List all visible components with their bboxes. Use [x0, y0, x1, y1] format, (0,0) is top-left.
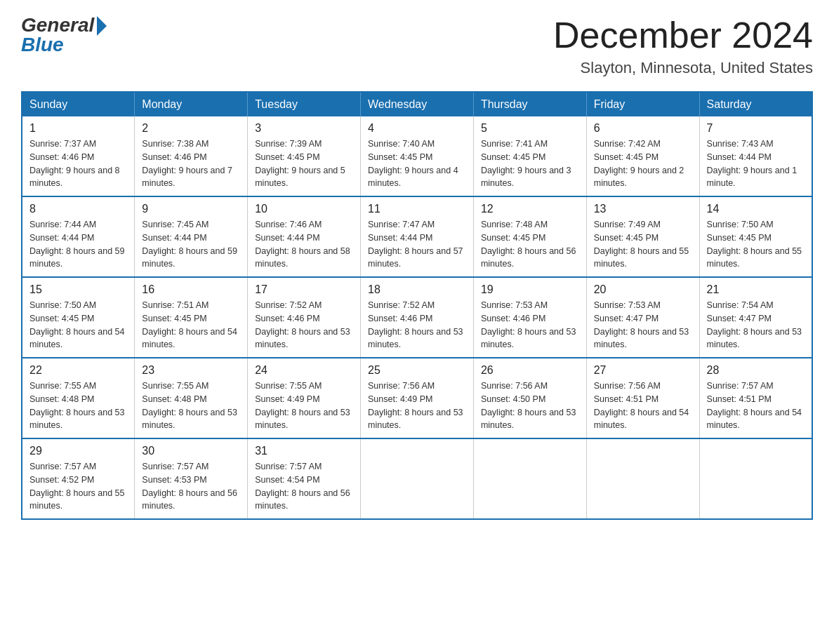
day-info: Sunrise: 7:48 AMSunset: 4:45 PMDaylight:…: [481, 218, 579, 271]
day-number: 14: [707, 203, 805, 215]
logo: General Blue: [21, 14, 107, 56]
day-number: 2: [142, 122, 240, 135]
day-number: 24: [255, 364, 353, 377]
day-number: 23: [142, 364, 240, 377]
calendar-cell: 18 Sunrise: 7:52 AMSunset: 4:46 PMDaylig…: [361, 277, 474, 358]
day-info: Sunrise: 7:55 AMSunset: 4:48 PMDaylight:…: [142, 380, 240, 432]
calendar-cell: 28 Sunrise: 7:57 AMSunset: 4:51 PMDaylig…: [699, 358, 812, 438]
calendar-cell: 26 Sunrise: 7:56 AMSunset: 4:50 PMDaylig…: [473, 358, 586, 438]
header-friday: Friday: [586, 92, 699, 116]
logo-arrow-icon: [97, 16, 107, 36]
calendar-cell: 14 Sunrise: 7:50 AMSunset: 4:45 PMDaylig…: [699, 196, 812, 277]
day-info: Sunrise: 7:50 AMSunset: 4:45 PMDaylight:…: [29, 299, 127, 351]
day-number: 3: [255, 122, 353, 135]
day-info: Sunrise: 7:41 AMSunset: 4:45 PMDaylight:…: [481, 137, 579, 190]
calendar-table: SundayMondayTuesdayWednesdayThursdayFrid…: [21, 91, 813, 520]
day-number: 19: [481, 283, 579, 296]
day-info: Sunrise: 7:47 AMSunset: 4:44 PMDaylight:…: [368, 218, 466, 271]
day-info: Sunrise: 7:55 AMSunset: 4:49 PMDaylight:…: [255, 380, 353, 432]
calendar-cell: 7 Sunrise: 7:43 AMSunset: 4:44 PMDayligh…: [699, 116, 812, 196]
day-number: 4: [368, 122, 466, 135]
day-info: Sunrise: 7:57 AMSunset: 4:53 PMDaylight:…: [142, 460, 240, 513]
day-info: Sunrise: 7:38 AMSunset: 4:46 PMDaylight:…: [142, 137, 240, 190]
day-number: 13: [594, 203, 692, 215]
day-number: 16: [142, 283, 240, 296]
calendar-cell: 20 Sunrise: 7:53 AMSunset: 4:47 PMDaylig…: [586, 277, 699, 358]
calendar-cell: 17 Sunrise: 7:52 AMSunset: 4:46 PMDaylig…: [248, 277, 361, 358]
calendar-cell: 11 Sunrise: 7:47 AMSunset: 4:44 PMDaylig…: [361, 196, 474, 277]
day-number: 18: [368, 283, 466, 296]
logo-blue-text: Blue: [21, 34, 64, 56]
calendar-cell: 30 Sunrise: 7:57 AMSunset: 4:53 PMDaylig…: [135, 438, 248, 519]
header-sunday: Sunday: [22, 92, 135, 116]
day-info: Sunrise: 7:52 AMSunset: 4:46 PMDaylight:…: [368, 299, 466, 351]
calendar-cell: 8 Sunrise: 7:44 AMSunset: 4:44 PMDayligh…: [22, 196, 135, 277]
calendar-header-row: SundayMondayTuesdayWednesdayThursdayFrid…: [22, 92, 812, 116]
day-info: Sunrise: 7:53 AMSunset: 4:47 PMDaylight:…: [594, 299, 692, 351]
calendar-week-row: 29 Sunrise: 7:57 AMSunset: 4:52 PMDaylig…: [22, 438, 812, 519]
day-info: Sunrise: 7:40 AMSunset: 4:45 PMDaylight:…: [368, 137, 466, 190]
header-saturday: Saturday: [699, 92, 812, 116]
day-info: Sunrise: 7:39 AMSunset: 4:45 PMDaylight:…: [255, 137, 353, 190]
day-info: Sunrise: 7:51 AMSunset: 4:45 PMDaylight:…: [142, 299, 240, 351]
day-number: 22: [29, 364, 127, 377]
calendar-cell: 10 Sunrise: 7:46 AMSunset: 4:44 PMDaylig…: [248, 196, 361, 277]
day-number: 9: [142, 203, 240, 215]
header-thursday: Thursday: [473, 92, 586, 116]
day-number: 1: [29, 122, 127, 135]
calendar-cell: 24 Sunrise: 7:55 AMSunset: 4:49 PMDaylig…: [248, 358, 361, 438]
day-number: 20: [594, 283, 692, 296]
calendar-cell: 16 Sunrise: 7:51 AMSunset: 4:45 PMDaylig…: [135, 277, 248, 358]
day-number: 5: [481, 122, 579, 135]
calendar-cell: [699, 438, 812, 519]
header-tuesday: Tuesday: [248, 92, 361, 116]
calendar-cell: 21 Sunrise: 7:54 AMSunset: 4:47 PMDaylig…: [699, 277, 812, 358]
calendar-cell: 12 Sunrise: 7:48 AMSunset: 4:45 PMDaylig…: [473, 196, 586, 277]
title-section: December 2024 Slayton, Minnesota, United…: [553, 14, 813, 77]
day-info: Sunrise: 7:43 AMSunset: 4:44 PMDaylight:…: [707, 137, 805, 190]
calendar-cell: 4 Sunrise: 7:40 AMSunset: 4:45 PMDayligh…: [361, 116, 474, 196]
calendar-cell: 23 Sunrise: 7:55 AMSunset: 4:48 PMDaylig…: [135, 358, 248, 438]
day-number: 25: [368, 364, 466, 377]
day-info: Sunrise: 7:57 AMSunset: 4:51 PMDaylight:…: [707, 380, 805, 432]
calendar-cell: 15 Sunrise: 7:50 AMSunset: 4:45 PMDaylig…: [22, 277, 135, 358]
calendar-cell: 1 Sunrise: 7:37 AMSunset: 4:46 PMDayligh…: [22, 116, 135, 196]
calendar-cell: 13 Sunrise: 7:49 AMSunset: 4:45 PMDaylig…: [586, 196, 699, 277]
day-info: Sunrise: 7:56 AMSunset: 4:50 PMDaylight:…: [481, 380, 579, 432]
day-number: 26: [481, 364, 579, 377]
day-info: Sunrise: 7:54 AMSunset: 4:47 PMDaylight:…: [707, 299, 805, 351]
calendar-week-row: 22 Sunrise: 7:55 AMSunset: 4:48 PMDaylig…: [22, 358, 812, 438]
calendar-cell: 22 Sunrise: 7:55 AMSunset: 4:48 PMDaylig…: [22, 358, 135, 438]
calendar-cell: 2 Sunrise: 7:38 AMSunset: 4:46 PMDayligh…: [135, 116, 248, 196]
header-monday: Monday: [135, 92, 248, 116]
day-info: Sunrise: 7:42 AMSunset: 4:45 PMDaylight:…: [594, 137, 692, 190]
day-number: 6: [594, 122, 692, 135]
day-info: Sunrise: 7:55 AMSunset: 4:48 PMDaylight:…: [29, 380, 127, 432]
day-number: 12: [481, 203, 579, 215]
calendar-cell: 29 Sunrise: 7:57 AMSunset: 4:52 PMDaylig…: [22, 438, 135, 519]
day-info: Sunrise: 7:37 AMSunset: 4:46 PMDaylight:…: [29, 137, 127, 190]
day-info: Sunrise: 7:56 AMSunset: 4:51 PMDaylight:…: [594, 380, 692, 432]
calendar-cell: 25 Sunrise: 7:56 AMSunset: 4:49 PMDaylig…: [361, 358, 474, 438]
day-number: 31: [255, 445, 353, 457]
calendar-week-row: 15 Sunrise: 7:50 AMSunset: 4:45 PMDaylig…: [22, 277, 812, 358]
day-number: 7: [707, 122, 805, 135]
month-title: December 2024: [553, 14, 813, 56]
day-number: 17: [255, 283, 353, 296]
day-info: Sunrise: 7:45 AMSunset: 4:44 PMDaylight:…: [142, 218, 240, 271]
calendar-cell: 3 Sunrise: 7:39 AMSunset: 4:45 PMDayligh…: [248, 116, 361, 196]
day-info: Sunrise: 7:50 AMSunset: 4:45 PMDaylight:…: [707, 218, 805, 271]
calendar-cell: 27 Sunrise: 7:56 AMSunset: 4:51 PMDaylig…: [586, 358, 699, 438]
day-number: 10: [255, 203, 353, 215]
calendar-cell: [473, 438, 586, 519]
calendar-week-row: 8 Sunrise: 7:44 AMSunset: 4:44 PMDayligh…: [22, 196, 812, 277]
day-info: Sunrise: 7:57 AMSunset: 4:52 PMDaylight:…: [29, 460, 127, 513]
day-number: 30: [142, 445, 240, 457]
day-number: 27: [594, 364, 692, 377]
calendar-cell: 6 Sunrise: 7:42 AMSunset: 4:45 PMDayligh…: [586, 116, 699, 196]
header-wednesday: Wednesday: [361, 92, 474, 116]
day-number: 8: [29, 203, 127, 215]
calendar-cell: [586, 438, 699, 519]
calendar-cell: 5 Sunrise: 7:41 AMSunset: 4:45 PMDayligh…: [473, 116, 586, 196]
location-title: Slayton, Minnesota, United States: [553, 59, 813, 77]
